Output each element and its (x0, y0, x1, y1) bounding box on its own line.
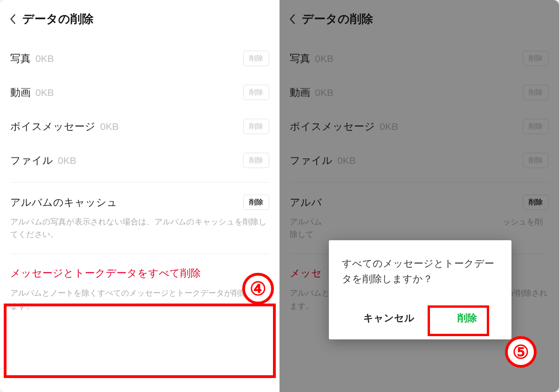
row-size: 0KB (35, 87, 54, 98)
row-label: ボイスメッセージ (10, 120, 95, 134)
header: データの削除 (0, 0, 280, 35)
row-size: 0KB (100, 121, 119, 132)
page-title: データの削除 (22, 11, 94, 27)
dialog-message: すべてのメッセージとトークデータを削除しますか？ (342, 256, 498, 286)
row-label: 写真 (10, 52, 31, 66)
delete-button[interactable]: 削除 (243, 85, 269, 100)
row-files[interactable]: ファイル 0KB 削除 (0, 143, 280, 177)
divider (10, 254, 269, 254)
section-album-cache: アルバムのキャッシュ 削除 アルバムの写真が表示されない場合は、アルバムのキャッ… (0, 184, 280, 247)
row-videos[interactable]: 動画 0KB 削除 (0, 75, 280, 109)
row-label: 動画 (10, 86, 31, 100)
row-size: 0KB (35, 53, 54, 64)
divider (10, 182, 269, 182)
delete-button[interactable]: 削除 (243, 153, 269, 168)
section-title: アルバムのキャッシュ (10, 196, 117, 210)
danger-desc: アルバムとノートを除くすべてのメッセージとトークデータが削除されます。 (10, 287, 269, 312)
screen-delete-data-left: データの削除 写真 0KB 削除 動画 0KB 削除 ボイスメッセージ (0, 0, 280, 392)
data-list: 写真 0KB 削除 動画 0KB 削除 ボイスメッセージ 0KB 削除 (0, 35, 280, 177)
row-size: 0KB (58, 155, 76, 166)
back-icon[interactable] (9, 14, 16, 25)
confirm-delete-button[interactable]: 削除 (449, 308, 485, 328)
section-desc: アルバムの写真が表示されない場合は、アルバムのキャッシュを削除してください。 (10, 216, 269, 241)
cancel-button[interactable]: キャンセル (355, 308, 423, 328)
section-delete-all[interactable]: メッセージとトークデータをすべて削除 アルバムとノートを除くすべてのメッセージと… (0, 256, 280, 324)
row-photos[interactable]: 写真 0KB 削除 (0, 41, 280, 75)
dialog-actions: キャンセル 削除 (342, 302, 498, 335)
confirm-dialog: すべてのメッセージとトークデータを削除しますか？ キャンセル 削除 (329, 240, 511, 339)
delete-button[interactable]: 削除 (243, 195, 269, 210)
row-label: ファイル (10, 154, 53, 168)
danger-title: メッセージとトークデータをすべて削除 (10, 266, 269, 280)
screen-delete-data-right: データの削除 写真 0KB 削除 動画 0KB 削除 ボイスメッセージ (280, 0, 559, 392)
delete-button[interactable]: 削除 (243, 119, 269, 134)
delete-button[interactable]: 削除 (243, 51, 269, 66)
row-voice[interactable]: ボイスメッセージ 0KB 削除 (0, 109, 280, 143)
